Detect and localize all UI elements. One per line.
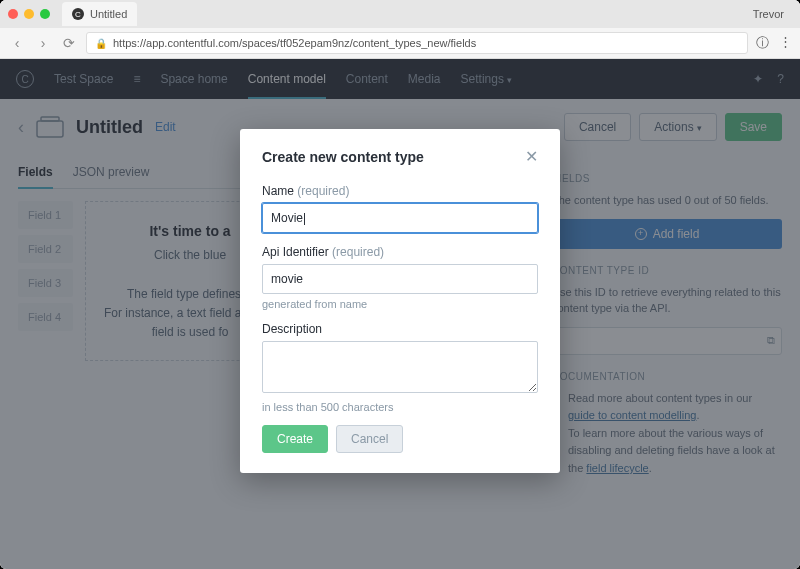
tab-title: Untitled <box>90 8 127 20</box>
create-content-type-modal: Create new content type ✕ Name (required… <box>240 129 560 473</box>
close-window[interactable] <box>8 9 18 19</box>
text-caret <box>304 213 305 225</box>
modal-cancel-button[interactable]: Cancel <box>336 425 403 453</box>
form-group-name: Name (required) Movie <box>262 184 538 233</box>
tab-strip: C Untitled Trevor <box>0 0 800 28</box>
name-label: Name (required) <box>262 184 538 198</box>
profile-name[interactable]: Trevor <box>753 8 792 20</box>
browser-chrome: C Untitled Trevor ‹ › ⟳ 🔒 https://app.co… <box>0 0 800 59</box>
modal-header: Create new content type ✕ <box>262 147 538 166</box>
favicon-icon: C <box>72 8 84 20</box>
app-viewport: C Test Space ≡ Space home Content model … <box>0 59 800 569</box>
address-bar: ‹ › ⟳ 🔒 https://app.contentful.com/space… <box>0 28 800 58</box>
form-group-description: Description in less than 500 characters <box>262 322 538 413</box>
browser-window: C Untitled Trevor ‹ › ⟳ 🔒 https://app.co… <box>0 0 800 569</box>
url-text: https://app.contentful.com/spaces/tf052e… <box>113 37 476 49</box>
url-field[interactable]: 🔒 https://app.contentful.com/spaces/tf05… <box>86 32 748 54</box>
browser-tab[interactable]: C Untitled <box>62 2 137 26</box>
description-hint: in less than 500 characters <box>262 401 538 413</box>
api-label: Api Identifier (required) <box>262 245 538 259</box>
description-label: Description <box>262 322 538 336</box>
modal-title: Create new content type <box>262 149 424 165</box>
window-controls <box>8 9 50 19</box>
api-identifier-input[interactable] <box>262 264 538 294</box>
minimize-window[interactable] <box>24 9 34 19</box>
close-icon[interactable]: ✕ <box>525 147 538 166</box>
name-input[interactable]: Movie <box>262 203 538 233</box>
forward-button[interactable]: › <box>34 34 52 52</box>
menu-icon[interactable]: ⋮ <box>779 34 792 52</box>
browser-actions: ⓘ ⋮ <box>756 34 792 52</box>
modal-actions: Create Cancel <box>262 425 538 453</box>
description-input[interactable] <box>262 341 538 393</box>
back-button[interactable]: ‹ <box>8 34 26 52</box>
maximize-window[interactable] <box>40 9 50 19</box>
create-button[interactable]: Create <box>262 425 328 453</box>
modal-overlay[interactable]: Create new content type ✕ Name (required… <box>0 59 800 569</box>
reload-button[interactable]: ⟳ <box>60 34 78 52</box>
info-icon[interactable]: ⓘ <box>756 34 769 52</box>
form-group-api: Api Identifier (required) generated from… <box>262 245 538 310</box>
api-hint: generated from name <box>262 298 538 310</box>
lock-icon: 🔒 <box>95 38 107 49</box>
